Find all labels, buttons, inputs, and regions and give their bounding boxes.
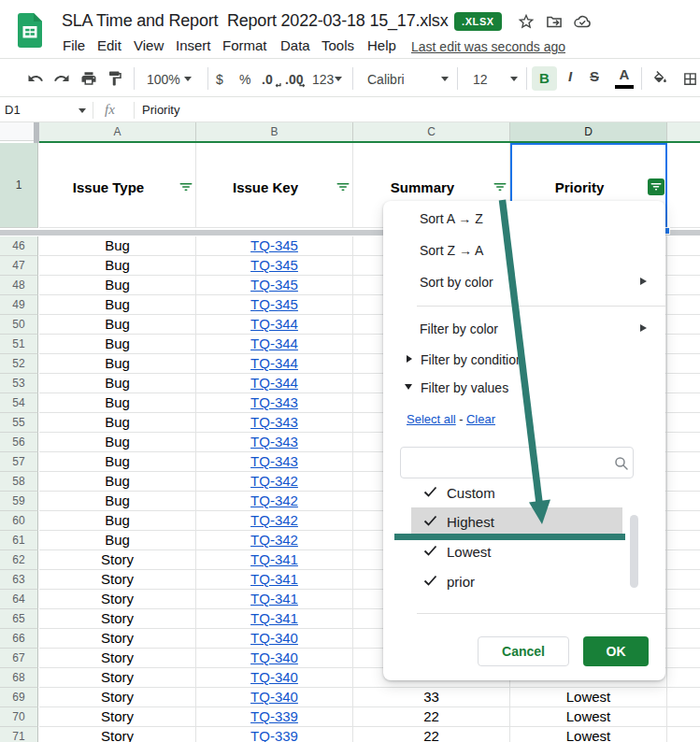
cloud-saved-icon[interactable] xyxy=(573,12,592,31)
name-box[interactable]: D1 xyxy=(5,103,21,117)
cell-c70[interactable]: 22 xyxy=(353,707,510,727)
cell-e68[interactable] xyxy=(667,668,700,688)
menu-edit[interactable]: Edit xyxy=(97,37,121,54)
cell-e71[interactable] xyxy=(667,727,700,742)
zoom-dropdown-arrow[interactable] xyxy=(184,77,192,81)
value-option-prior[interactable]: prior xyxy=(383,567,626,596)
zoom-select[interactable]: 100% xyxy=(147,72,180,87)
cell-b66[interactable]: TQ-340 xyxy=(196,629,353,649)
cell-b69[interactable]: TQ-340 xyxy=(196,688,353,707)
column-header-b[interactable]: B xyxy=(196,122,353,141)
cell-b52[interactable]: TQ-344 xyxy=(196,354,353,374)
cell-d70[interactable]: Lowest xyxy=(510,707,667,727)
strikethrough-button[interactable]: S xyxy=(586,68,603,84)
value-option-lowest[interactable]: Lowest xyxy=(383,537,626,566)
menu-tools[interactable]: Tools xyxy=(321,37,354,54)
cell-a46[interactable]: Bug xyxy=(39,236,196,256)
menu-view[interactable]: View xyxy=(134,37,164,54)
row-header-71[interactable]: 71 xyxy=(0,727,38,742)
issue-key-link[interactable]: TQ-344 xyxy=(250,316,298,332)
cell-e69[interactable] xyxy=(667,688,700,707)
issue-key-link[interactable]: TQ-341 xyxy=(250,571,298,587)
cell-a48[interactable]: Bug xyxy=(39,276,196,295)
menu-sort-by-color[interactable]: Sort by color xyxy=(420,275,493,290)
cell-a70[interactable]: Story xyxy=(39,707,196,727)
cell-a61[interactable]: Bug xyxy=(39,531,196,550)
column-header-d[interactable]: D xyxy=(510,122,667,141)
row-header-59[interactable]: 59 xyxy=(0,492,38,511)
value-option-custom[interactable]: Custom xyxy=(383,478,626,507)
cell-e51[interactable] xyxy=(667,335,700,354)
menu-sort-az[interactable]: Sort A → Z xyxy=(420,211,483,226)
filter-by-values-caret[interactable] xyxy=(405,384,412,390)
cell-a71[interactable]: Story xyxy=(39,727,196,742)
cell-a54[interactable]: Bug xyxy=(39,393,196,413)
cell-a69[interactable]: Story xyxy=(39,688,196,707)
star-icon[interactable] xyxy=(517,12,536,31)
format-currency-button[interactable]: $ xyxy=(216,72,223,87)
cell-b46[interactable]: TQ-345 xyxy=(196,236,353,256)
format-percent-button[interactable]: % xyxy=(239,72,250,87)
cell-e53[interactable] xyxy=(667,374,700,393)
cell-e56[interactable] xyxy=(667,433,700,452)
issue-key-link[interactable]: TQ-341 xyxy=(250,551,298,567)
issue-key-link[interactable]: TQ-345 xyxy=(250,277,298,293)
cell-a49[interactable]: Bug xyxy=(39,295,196,315)
issue-key-link[interactable]: TQ-345 xyxy=(250,296,298,312)
row-header-49[interactable]: 49 xyxy=(0,295,38,315)
row-header-1[interactable]: 1 xyxy=(0,143,38,228)
cell-b49[interactable]: TQ-345 xyxy=(196,295,353,315)
issue-key-link[interactable]: TQ-340 xyxy=(250,669,298,685)
menu-format[interactable]: Format xyxy=(222,37,267,54)
cell-b62[interactable]: TQ-341 xyxy=(196,550,353,570)
cell-a59[interactable]: Bug xyxy=(39,492,196,511)
menu-help[interactable]: Help xyxy=(367,37,396,54)
row-header-56[interactable]: 56 xyxy=(0,433,38,452)
row-header-48[interactable]: 48 xyxy=(0,276,38,295)
document-title[interactable]: SLA Time and Report Report 2022-03-18 15… xyxy=(62,11,448,31)
cell-d71[interactable]: Lowest xyxy=(510,727,667,742)
cell-e1[interactable] xyxy=(667,143,700,228)
sheets-logo-icon[interactable] xyxy=(18,13,42,48)
issue-key-link[interactable]: TQ-344 xyxy=(250,375,298,391)
bold-button[interactable]: B xyxy=(532,66,557,91)
cell-b64[interactable]: TQ-341 xyxy=(196,590,353,609)
menu-filter-by-color[interactable]: Filter by color xyxy=(420,321,498,336)
issue-key-link[interactable]: TQ-340 xyxy=(250,689,298,705)
menu-filter-by-condition[interactable]: Filter by condition xyxy=(421,352,523,367)
row-header-65[interactable]: 65 xyxy=(0,609,38,629)
row-header-67[interactable]: 67 xyxy=(0,649,38,668)
cell-a1[interactable]: Issue Type xyxy=(39,143,196,228)
row-header-69[interactable]: 69 xyxy=(0,688,38,707)
cell-e64[interactable] xyxy=(667,590,700,609)
cell-c69[interactable]: 33 xyxy=(353,688,510,707)
cell-e61[interactable] xyxy=(667,531,700,550)
font-size-select[interactable]: 12 xyxy=(473,72,488,87)
cell-b55[interactable]: TQ-343 xyxy=(196,413,353,433)
cell-b47[interactable]: TQ-345 xyxy=(196,256,353,276)
menu-insert[interactable]: Insert xyxy=(176,37,211,54)
cell-e70[interactable] xyxy=(667,707,700,727)
borders-icon[interactable] xyxy=(682,71,698,87)
cell-b65[interactable]: TQ-341 xyxy=(196,609,353,629)
cell-e48[interactable] xyxy=(667,276,700,295)
cell-e67[interactable] xyxy=(667,649,700,668)
cell-a55[interactable]: Bug xyxy=(39,413,196,433)
row-header-58[interactable]: 58 xyxy=(0,472,38,492)
cell-b67[interactable]: TQ-340 xyxy=(196,649,353,668)
cell-a63[interactable]: Story xyxy=(39,570,196,590)
cell-b53[interactable]: TQ-344 xyxy=(196,374,353,393)
ok-button[interactable]: OK xyxy=(583,636,649,666)
row-header-46[interactable]: 46 xyxy=(0,236,38,256)
cell-e60[interactable] xyxy=(667,511,700,531)
cell-a47[interactable]: Bug xyxy=(39,256,196,276)
row-header-60[interactable]: 60 xyxy=(0,511,38,531)
cell-a57[interactable]: Bug xyxy=(39,452,196,472)
undo-icon[interactable] xyxy=(27,70,44,87)
cell-b51[interactable]: TQ-344 xyxy=(196,335,353,354)
issue-key-link[interactable]: TQ-345 xyxy=(250,237,298,253)
cell-b54[interactable]: TQ-343 xyxy=(196,393,353,413)
row-header-68[interactable]: 68 xyxy=(0,668,38,688)
issue-key-link[interactable]: TQ-342 xyxy=(250,532,298,548)
cell-b68[interactable]: TQ-340 xyxy=(196,668,353,688)
